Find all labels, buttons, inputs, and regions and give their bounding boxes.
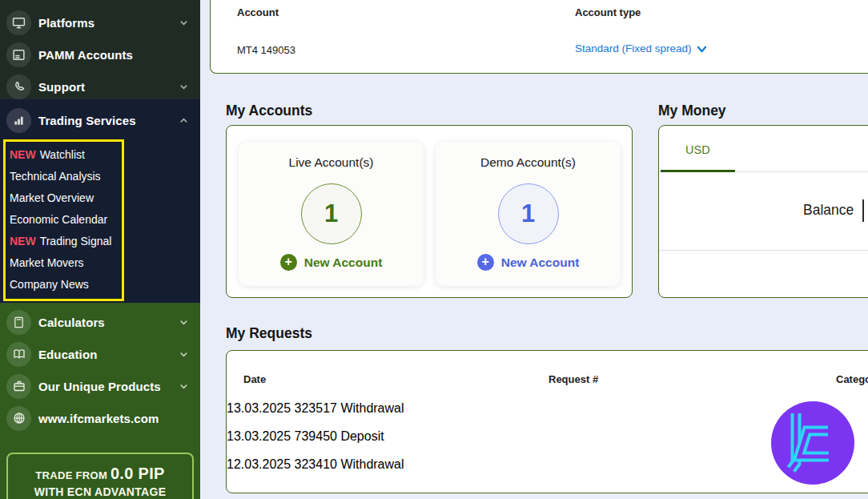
submenu-item-company-news[interactable]: Company News <box>6 274 122 296</box>
balance-label: Balance <box>803 202 854 219</box>
account-type-select[interactable]: Standard (Fixed spread) <box>575 42 707 54</box>
column-header-category: Category <box>836 373 868 385</box>
logo-circle <box>771 401 854 485</box>
calculator-icon <box>6 310 31 335</box>
account-value: MT4 149053 <box>237 44 295 56</box>
my-money-card: USD Balance <box>658 125 868 298</box>
trading-services-submenu-highlight: NEWWatchlist Technical Analysis Market O… <box>3 139 124 301</box>
new-demo-account-button[interactable]: + New Account <box>436 254 621 271</box>
plus-icon: + <box>280 254 297 271</box>
sidebar: Platforms PAMM Accounts Support <box>0 0 200 499</box>
row-divider <box>659 250 868 251</box>
sidebar-bottom-section: Calculators Education Our Unique Product <box>0 303 200 499</box>
cell-category: Deposit <box>340 429 384 443</box>
book-icon <box>6 342 31 367</box>
sidebar-item-education[interactable]: Education <box>0 338 200 370</box>
submenu-item-label: Market Overview <box>10 191 94 204</box>
tab-active-indicator <box>661 170 735 172</box>
sidebar-trading-services-section: Trading Services NEWWatchlist Technical … <box>0 99 200 303</box>
sidebar-item-support[interactable]: Support <box>0 70 200 103</box>
banner-line-1: TRADE FROM 0.0 PIP <box>8 465 192 483</box>
sidebar-item-pamm-accounts[interactable]: PAMM Accounts <box>0 38 200 70</box>
cell-request: 323517 <box>295 401 337 415</box>
chevron-down-icon <box>697 45 707 54</box>
submenu-item-label: Economic Calendar <box>10 213 107 226</box>
sidebar-item-label: Trading Services <box>38 114 136 127</box>
chevron-down-icon <box>179 349 189 360</box>
cell-request: 323410 <box>295 457 337 471</box>
submenu-item-market-overview[interactable]: Market Overview <box>6 187 122 209</box>
sidebar-item-trading-services[interactable]: Trading Services <box>0 104 200 136</box>
sidebar-top-section: Platforms PAMM Accounts Support <box>0 0 200 99</box>
phone-icon <box>6 74 31 99</box>
terminal-icon <box>6 42 31 67</box>
column-header-request: Request # <box>549 373 598 385</box>
column-header-date: Date <box>243 373 266 385</box>
cell-date: 13.03.2025 <box>227 429 291 443</box>
chevron-down-icon <box>179 18 189 28</box>
chevron-down-icon <box>179 317 189 328</box>
submenu-item-label: Watchlist <box>40 148 85 161</box>
banner-text: TRADE FROM <box>35 469 111 481</box>
submenu-item-technical-analysis[interactable]: Technical Analysis <box>6 166 122 187</box>
submenu-item-watchlist[interactable]: NEWWatchlist <box>6 144 122 166</box>
account-type-label: Account type <box>575 6 641 18</box>
submenu-item-label: Company News <box>10 278 89 291</box>
sidebar-item-label: Our Unique Products <box>38 380 161 393</box>
live-accounts-card[interactable]: Live Account(s) 1 + New Account <box>239 142 424 286</box>
my-requests-title: My Requests <box>226 325 312 342</box>
live-accounts-title: Live Account(s) <box>239 155 424 170</box>
cell-date: 12.03.2025 <box>227 457 291 471</box>
live-accounts-count: 1 <box>301 183 362 244</box>
chevron-down-icon <box>179 82 189 92</box>
sidebar-item-label: Education <box>38 348 97 361</box>
globe-icon <box>6 406 31 431</box>
submenu-item-label: Market Movers <box>10 256 84 269</box>
new-account-label: New Account <box>304 256 383 270</box>
submenu-item-economic-calendar[interactable]: Economic Calendar <box>6 209 122 231</box>
sidebar-item-website-link[interactable]: www.ifcmarkets.com <box>0 402 200 434</box>
cell-date: 13.03.2025 <box>227 401 291 415</box>
sidebar-item-calculators[interactable]: Calculators <box>0 306 200 338</box>
my-money-title: My Money <box>658 103 726 119</box>
plus-icon: + <box>477 254 494 271</box>
new-live-account-button[interactable]: + New Account <box>239 254 424 271</box>
chevron-up-icon <box>179 115 189 126</box>
new-badge: NEW <box>10 148 36 161</box>
new-badge: NEW <box>10 235 36 247</box>
account-label: Account <box>237 6 279 18</box>
submenu-item-trading-signal[interactable]: NEWTrading Signal <box>6 231 122 252</box>
chevron-down-icon <box>179 381 189 392</box>
cell-category: Withdrawal <box>340 401 404 415</box>
sidebar-item-label: PAMM Accounts <box>38 48 133 62</box>
account-summary-card: Account MT4 149053 Account type Standard… <box>210 0 868 74</box>
ecn-promo-banner[interactable]: TRADE FROM 0.0 PIP WITH ECN ADVANTAGE <box>6 453 194 499</box>
submenu-item-label: Technical Analysis <box>10 170 101 183</box>
submenu-item-label: Trading Signal <box>40 235 112 247</box>
sidebar-item-label: www.ifcmarkets.com <box>38 412 159 425</box>
new-account-label: New Account <box>501 256 580 270</box>
bar-chart-icon <box>6 108 31 133</box>
my-accounts-card: Live Account(s) 1 + New Account Demo Acc… <box>226 125 633 298</box>
demo-accounts-title: Demo Account(s) <box>436 155 621 170</box>
banner-line-2: WITH ECN ADVANTAGE <box>8 485 192 498</box>
sidebar-item-our-unique-products[interactable]: Our Unique Products <box>0 370 200 402</box>
tab-usd[interactable]: USD <box>685 143 710 156</box>
submenu-item-market-movers[interactable]: Market Movers <box>6 252 122 274</box>
briefcase-icon <box>6 374 31 399</box>
sidebar-item-label: Platforms <box>38 16 94 30</box>
sidebar-item-label: Calculators <box>38 316 105 329</box>
brand-logo[interactable] <box>771 401 854 485</box>
cell-category: Withdrawal <box>340 457 404 471</box>
demo-accounts-count: 1 <box>498 183 559 244</box>
my-accounts-title: My Accounts <box>226 103 312 119</box>
sidebar-item-label: Support <box>38 80 85 94</box>
monitor-icon <box>6 10 31 35</box>
demo-accounts-card[interactable]: Demo Account(s) 1 + New Account <box>436 142 621 286</box>
banner-highlight-text: 0.0 PIP <box>111 465 165 482</box>
sidebar-item-platforms[interactable]: Platforms <box>0 6 200 38</box>
main-content: Account MT4 149053 Account type Standard… <box>200 0 868 499</box>
account-type-value: Standard (Fixed spread) <box>575 42 692 54</box>
cell-request: 739450 <box>295 429 337 443</box>
dashboard-screen: Platforms PAMM Accounts Support <box>0 0 868 499</box>
